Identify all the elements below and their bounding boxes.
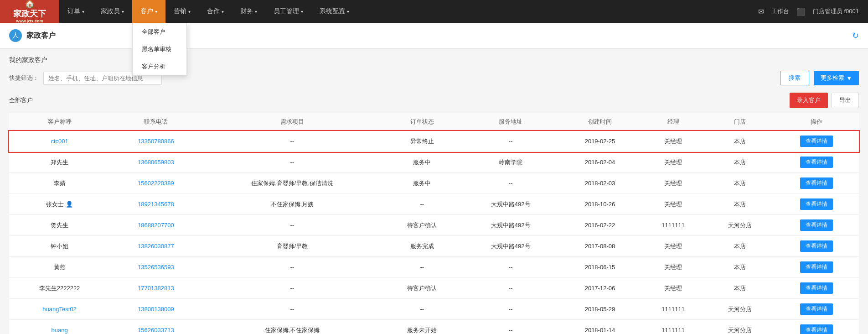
all-customers-label: 全部客户 xyxy=(9,96,33,104)
more-search-button[interactable]: 更多检索 ▼ xyxy=(814,71,859,85)
add-customer-button[interactable]: 录入客户 xyxy=(790,93,828,108)
cell-address: -- xyxy=(461,173,559,194)
customer-name-link[interactable]: ctc001 xyxy=(51,138,68,145)
cell-address: 大观中路492号 xyxy=(461,215,559,236)
cell-manager: 关经理 xyxy=(640,152,706,173)
cell-status: 待客户确认 xyxy=(382,215,461,236)
page-header: 人 家政客户 ↻ xyxy=(0,23,868,49)
customer-name-link[interactable]: huangTest02 xyxy=(42,306,76,313)
cell-action: 查看详情 xyxy=(774,236,859,257)
view-detail-button[interactable]: 查看详情 xyxy=(800,157,833,168)
logo-icon: 🏠 xyxy=(13,0,46,9)
view-detail-button[interactable]: 查看详情 xyxy=(800,198,833,210)
cell-phone: 13800138009 xyxy=(110,299,202,320)
logo-name: 家政天下 xyxy=(13,9,46,19)
dropdown-item-blacklist[interactable]: 黑名单审核 xyxy=(133,41,186,58)
phone-link[interactable]: 15626033713 xyxy=(138,327,174,334)
cell-name: 张女士 👤 xyxy=(9,194,110,215)
logo[interactable]: 🏠 家政天下 www.jztx.com xyxy=(0,0,59,23)
nav-item-orders[interactable]: 订单▾ xyxy=(59,0,93,23)
nav-item-staff[interactable]: 家政员▾ xyxy=(93,0,132,23)
table-action-buttons: 录入客户 导出 xyxy=(790,93,859,108)
cell-status: 服务完成 xyxy=(382,236,461,257)
cell-manager: 关经理 xyxy=(640,278,706,299)
table-row: 李婧15602220389住家保姆,育婴师/早教,保洁清洗服务中--2018-0… xyxy=(9,173,859,194)
cell-manager: 1111111 xyxy=(640,299,706,320)
user-label: 门店管理员 f0001 xyxy=(813,7,859,16)
chevron-down-icon: ▾ xyxy=(222,9,224,14)
logo-url: www.jztx.com xyxy=(13,19,46,24)
cell-store: 本店 xyxy=(706,257,774,278)
view-detail-button[interactable]: 查看详情 xyxy=(800,177,833,189)
view-detail-button[interactable]: 查看详情 xyxy=(800,282,833,294)
table-row: 李先生222222217701382813--待客户确认--2017-12-06… xyxy=(9,278,859,299)
nav-item-cooperation[interactable]: 合作▾ xyxy=(199,0,232,23)
phone-link[interactable]: 18688207700 xyxy=(138,222,174,229)
chevron-down-icon: ▾ xyxy=(122,9,124,14)
phone-link[interactable]: 13800138009 xyxy=(138,306,174,313)
workbench-btn[interactable]: 工作台 xyxy=(771,7,789,16)
cell-created: 2017-12-06 xyxy=(560,278,640,299)
cell-address: -- xyxy=(461,131,559,152)
filter-label: 快捷筛选： xyxy=(9,74,39,82)
cell-status: -- xyxy=(382,299,461,320)
cell-action: 查看详情 xyxy=(774,152,859,173)
cell-store: 本店 xyxy=(706,173,774,194)
view-detail-button[interactable]: 查看详情 xyxy=(800,219,833,231)
customer-name-link[interactable]: huang xyxy=(51,327,67,334)
phone-link[interactable]: 13350780866 xyxy=(138,138,174,145)
phone-link[interactable]: 18921345678 xyxy=(138,201,174,208)
col-created: 创建时间 xyxy=(560,113,640,131)
view-detail-button[interactable]: 查看详情 xyxy=(800,136,833,147)
cell-name[interactable]: ctc001 xyxy=(9,131,110,152)
message-icon-btn[interactable]: ✉ xyxy=(758,7,764,16)
search-button[interactable]: 搜索 xyxy=(780,71,809,85)
cell-status: 服务未开始 xyxy=(382,320,461,334)
view-detail-button[interactable]: 查看详情 xyxy=(800,324,833,334)
phone-link[interactable]: 15602220389 xyxy=(138,180,174,187)
phone-link[interactable]: 13826030877 xyxy=(138,243,174,250)
view-detail-button[interactable]: 查看详情 xyxy=(800,240,833,252)
cell-name: 贺先生 xyxy=(9,215,110,236)
cell-store: 天河分店 xyxy=(706,299,774,320)
dropdown-item-analysis[interactable]: 客户分析 xyxy=(133,58,186,75)
cell-store: 本店 xyxy=(706,278,774,299)
refresh-icon[interactable]: ↻ xyxy=(852,31,859,40)
cell-demand: -- xyxy=(202,278,383,299)
cell-demand: -- xyxy=(202,299,383,320)
dropdown-item-all-customers[interactable]: 全部客户 xyxy=(133,23,186,41)
cell-created: 2018-05-29 xyxy=(560,299,640,320)
export-button[interactable]: 导出 xyxy=(832,93,859,108)
cell-manager: 1111111 xyxy=(640,215,706,236)
cell-created: 2018-10-26 xyxy=(560,194,640,215)
cell-created: 2017-08-08 xyxy=(560,236,640,257)
nav-item-settings[interactable]: 系统配置▾ xyxy=(311,0,357,23)
col-store: 门店 xyxy=(706,113,774,131)
cell-address: 大观中路492号 xyxy=(461,194,559,215)
cell-created: 2018-06-15 xyxy=(560,257,640,278)
cell-manager: 1111111 xyxy=(640,320,706,334)
cell-action: 查看详情 xyxy=(774,131,859,152)
phone-link[interactable]: 17701382813 xyxy=(138,285,174,292)
chevron-down-icon: ▾ xyxy=(82,9,84,14)
nav-item-finance[interactable]: 财务▾ xyxy=(232,0,265,23)
chevron-down-icon: ▾ xyxy=(188,9,191,14)
chevron-down-icon: ▾ xyxy=(301,9,303,14)
cell-created: 2016-02-22 xyxy=(560,215,640,236)
nav-item-marketing[interactable]: 营销▾ xyxy=(165,0,199,23)
cell-created: 2018-01-14 xyxy=(560,320,640,334)
phone-link[interactable]: 13526536593 xyxy=(138,264,174,271)
nav-item-customers[interactable]: 客户▾ 全部客户 黑名单审核 客户分析 xyxy=(132,0,165,23)
cell-name: 钟小姐 xyxy=(9,236,110,257)
view-detail-button[interactable]: 查看详情 xyxy=(800,303,833,315)
cell-created: 2019-02-25 xyxy=(560,131,640,152)
view-detail-button[interactable]: 查看详情 xyxy=(800,261,833,273)
logout-btn[interactable]: ⬛ xyxy=(796,7,806,16)
chevron-down-icon: ▼ xyxy=(846,75,852,82)
user-info[interactable]: 门店管理员 f0001 xyxy=(813,7,859,16)
cell-name[interactable]: huangTest02 xyxy=(9,299,110,320)
nav-item-employees[interactable]: 员工管理▾ xyxy=(265,0,311,23)
cell-name[interactable]: huang xyxy=(9,320,110,334)
cell-demand: 不住家保姆,月嫂 xyxy=(202,194,383,215)
phone-link[interactable]: 13680659803 xyxy=(138,159,174,166)
